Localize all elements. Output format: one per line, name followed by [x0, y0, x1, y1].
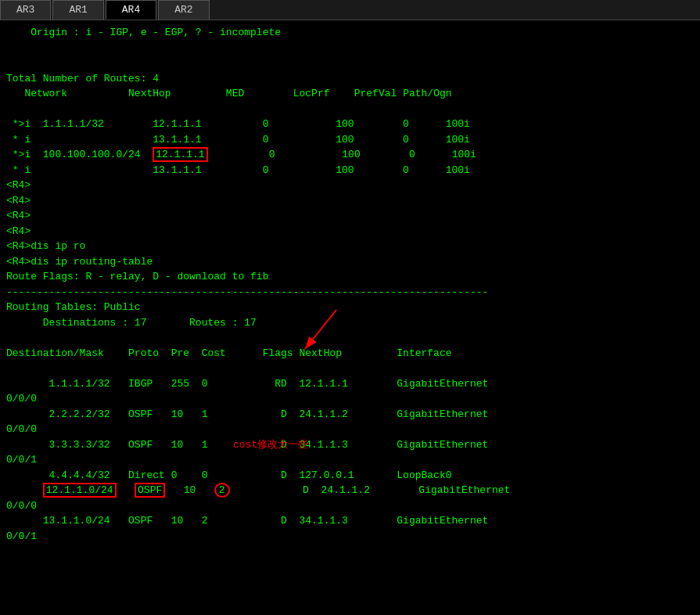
cmd-dis-routing: <R4>dis ip routing-table: [6, 254, 694, 270]
routing-row-5: 12.1.1.0/24 OSPF 10 2 D 24.1.1.2 Gigabit…: [6, 483, 694, 498]
routing-tables-line: Routing Tables: Public: [6, 300, 694, 315]
column-header-line: Network NextHop MED LocPrf PrefVal Path/…: [6, 86, 694, 102]
routing-row-2b: 0/0/0: [6, 422, 694, 437]
routing-row-6b: 0/0/1: [6, 529, 694, 545]
prompt-3: <R4>: [6, 208, 694, 224]
tab-ar3[interactable]: AR3: [0, 0, 51, 20]
origin-line: Origin : i - IGP, e - EGP, ? - incomplet…: [6, 25, 694, 41]
route-row-1: *>i 1.1.1.1/32 12.1.1.1 0 100 0 100i: [6, 117, 694, 132]
routing-row-3b: 0/0/1: [6, 452, 694, 468]
routing-row-5b: 0/0/0: [6, 498, 694, 514]
prompt-4: <R4>: [6, 224, 694, 239]
tab-ar1[interactable]: AR1: [52, 0, 103, 20]
prompt-1: <R4>: [6, 178, 694, 193]
table-header-line: Destination/Mask Proto Pre Cost Flags Ne…: [6, 346, 694, 361]
routing-row-3: 3.3.3.3/32 OSPF 10 1 D 34.1.1.3 GigabitE…: [6, 437, 694, 453]
terminal-content: Origin : i - IGP, e - EGP, ? - incomplet…: [0, 20, 700, 548]
separator-line: ----------------------------------------…: [6, 285, 694, 300]
destinations-line: Destinations : 17 Routes : 17: [6, 315, 694, 331]
cmd-dis-ip-ro: <R4>dis ip ro: [6, 239, 694, 254]
tab-ar4[interactable]: AR4: [106, 0, 156, 20]
routing-row-6: 13.1.1.0/24 OSPF 10 2 D 34.1.1.3 Gigabit…: [6, 513, 694, 529]
total-routes-line: Total Number of Routes: 4: [6, 71, 694, 87]
routing-row-2: 2.2.2.2/32 OSPF 10 1 D 24.1.1.2 GigabitE…: [6, 407, 694, 423]
route-row-3: *>i 100.100.100.0/24 12.1.1.1 0 100 0 10…: [6, 147, 694, 163]
prompt-2: <R4>: [6, 193, 694, 209]
routing-row-4: 4.4.4.4/32 Direct 0 0 D 127.0.0.1 LoopBa…: [6, 468, 694, 484]
routing-row-1: 1.1.1.1/32 IBGP 255 0 RD 12.1.1.1 Gigabi…: [6, 376, 694, 392]
route-row-2: * i 13.1.1.1 0 100 0 100i: [6, 132, 694, 148]
route-row-4: * i 13.1.1.1 0 100 0 100i: [6, 163, 694, 178]
route-flags-line: Route Flags: R - relay, D - download to …: [6, 269, 694, 285]
tab-ar2[interactable]: AR2: [158, 0, 209, 20]
tab-bar: AR3 AR1 AR4 AR2: [0, 0, 700, 20]
routing-row-1b: 0/0/0: [6, 391, 694, 407]
